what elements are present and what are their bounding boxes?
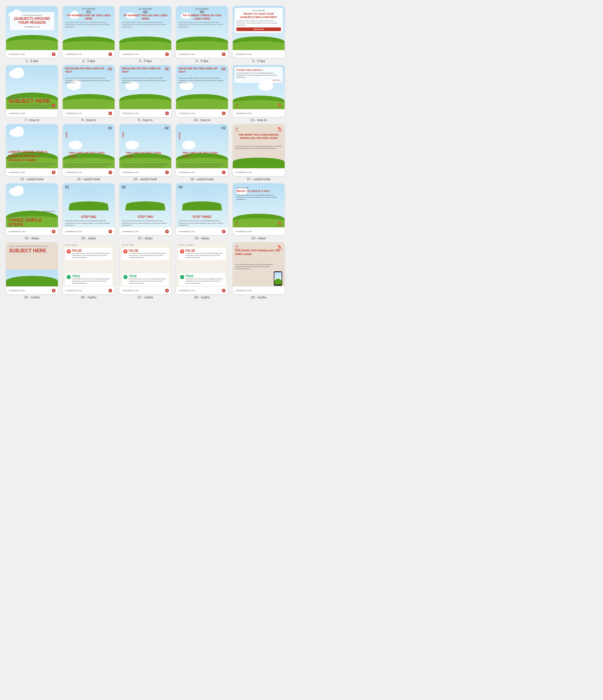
like-label: LIKE: [235, 224, 238, 226]
like-label: LIKE: [235, 130, 238, 132]
main-title: 3 MOST USEFUL TOOLS WHEN STARTING A (SUB…: [8, 150, 55, 162]
row-tips: 3 TIPS FOR CREATING A (SUBJECT) AROUND Y…: [6, 6, 597, 63]
card-wrapper-15: TWO 02 TWO LINES OF TEXT GOES HERE Lorem…: [119, 124, 171, 181]
card-14[interactable]: ONE 01 TWO LINES OF TEXT GOES HERE Lorem…: [63, 124, 115, 176]
false-label: FALSE: [72, 249, 111, 252]
bottom-bar: YOURWEBSITE.COM: [176, 227, 228, 235]
false-content: FALSE Lorem ipsum dolor sit amet, ea vis…: [129, 249, 167, 259]
play-button[interactable]: [222, 230, 226, 233]
play-button[interactable]: [222, 171, 226, 174]
tips-cover-top: 3 TIPS FOR CREATING A: [12, 15, 52, 16]
play-button[interactable]: [52, 52, 55, 56]
card-22[interactable]: 03 STEP THREE Lorem ipsum dolor sit amet…: [176, 183, 228, 235]
false-label: FALSE: [129, 249, 167, 252]
website-label: YOURWEBSITE.COM: [235, 231, 252, 232]
bottom-bar: YOURWEBSITE.COM: [6, 50, 58, 58]
card-15[interactable]: TWO 02 TWO LINES OF TEXT GOES HERE Lorem…: [119, 124, 171, 176]
check-icon: ✓: [180, 275, 184, 279]
link-in-bio-btn[interactable]: LINK IN BIO: [236, 27, 281, 31]
share-action[interactable]: 🔖 SHARE: [277, 221, 282, 226]
landscape-front: [119, 41, 171, 50]
card-8[interactable]: 01 HEADLINE ON TWO LINES OF TEXT Lorem i…: [63, 65, 115, 117]
card-17[interactable]: ♥ LIKE 🔖 SHARE FOR MORE TIPS & RESOURCES…: [233, 124, 285, 176]
play-button[interactable]: [52, 171, 55, 174]
play-btn[interactable]: [52, 104, 55, 107]
bottom-bar: YOURWEBSITE.COM: [63, 227, 115, 235]
play-button[interactable]: [165, 230, 169, 233]
play-button[interactable]: [165, 52, 169, 56]
card-26[interactable]: MYTH ONE ✕ FALSE Lorem ipsum dolor sit a…: [63, 242, 115, 294]
share-action[interactable]: 🔖 SHARE: [277, 127, 282, 132]
card-label-16: 16 - useful tools: [190, 177, 214, 181]
card-21[interactable]: 02 STEP TWO Lorem ipsum dolor sit amet, …: [119, 183, 171, 235]
bottom-bar: YOURWEBSITE.COM: [176, 50, 228, 58]
handle: @YOURNAME: [43, 210, 55, 212]
true-content: TRUE Lorem ipsum dolor sit amet, ea vis …: [129, 275, 167, 284]
share-label: SHARE: [277, 130, 282, 132]
play-icon: [53, 105, 55, 106]
play-button[interactable]: [108, 171, 112, 174]
true-body: Lorem ipsum dolor sit amet, ea vis aliqu…: [185, 278, 224, 284]
card-label-5: 5 - 3 tips: [252, 59, 265, 63]
play-button[interactable]: [222, 289, 226, 293]
cta-box: FOUND THIS USEFUL? Lorem ipsum dolor sit…: [234, 67, 283, 83]
bookmark-icon: 🔖: [278, 221, 281, 224]
play-button[interactable]: [165, 111, 169, 115]
play-button[interactable]: [108, 230, 112, 233]
card-label-3: 3 - 3 tips: [139, 59, 152, 63]
website-label: YOURWEBSITE.COM: [122, 172, 139, 173]
landscape-front: [6, 40, 58, 50]
slide-num: 02: [165, 67, 169, 71]
card-7[interactable]: HOW TO CREATE YOUR OWN SUBJECT HERE Lore…: [6, 65, 58, 117]
like-action[interactable]: ♥ LIKE: [235, 221, 238, 226]
play-button[interactable]: [108, 111, 112, 115]
play-button[interactable]: [165, 171, 169, 174]
card-5[interactable]: @YOURNAME READY TO TAKE YOUR (SUBJECT) I…: [233, 6, 285, 58]
play-button[interactable]: [222, 111, 226, 115]
card-20[interactable]: 01 STEP ONE Lorem ipsum dolor sit amet, …: [63, 183, 115, 235]
website-label: YOURWEBSITE.COM: [235, 172, 252, 173]
play-button[interactable]: [108, 52, 112, 56]
phone-icon: [274, 271, 282, 286]
play-button[interactable]: [222, 52, 226, 56]
card-23[interactable]: @YOURNAME READY TO GIVE IT A GO? Lorem i…: [233, 183, 285, 235]
row-myths: 3 MOST COMMON MISCONCEPTIONS ABOUT SUBJE…: [6, 242, 597, 299]
share-label: SHARE: [277, 106, 282, 108]
card-9[interactable]: 02 HEADLINE ON TWO LINES OF TEXT Lorem i…: [119, 65, 171, 117]
card-16[interactable]: THREE 03 TWO LINES OF TEXT GOES HERE Lor…: [176, 124, 228, 176]
like-action[interactable]: ♥ LIKE: [235, 127, 238, 132]
handle: @YOURNAME: [236, 10, 281, 11]
website-label: YOURWEBSITE.COM: [178, 172, 195, 173]
body-text: Lorem ipsum dolor sit amet, ea vis aliqu…: [122, 21, 169, 28]
cta-body: Lorem ipsum dolor sit amet, ea vis aliqu…: [236, 194, 281, 200]
like-action[interactable]: ♥ LIKE: [235, 103, 238, 108]
play-button[interactable]: [165, 289, 169, 293]
card-29[interactable]: ♥ LIKE 🔖 SHARE FOR MORE TIPS DOWNLOAD TH…: [233, 242, 285, 294]
card-10[interactable]: 03 HEADLINE ON TWO LINES OF TEXT Lorem i…: [176, 65, 228, 117]
card-label-23: 23 - steps: [251, 236, 266, 240]
card-28[interactable]: MYTH THREE ✕ FALSE Lorem ipsum dolor sit…: [176, 242, 228, 294]
card-11[interactable]: FOUND THIS USEFUL? Lorem ipsum dolor sit…: [233, 65, 285, 117]
play-button[interactable]: [52, 230, 55, 233]
card-label-17: 17 - useful tools: [247, 177, 271, 181]
play-button[interactable]: [52, 289, 55, 293]
share-action[interactable]: 🔖 SHARE: [277, 103, 282, 108]
card-1[interactable]: 3 TIPS FOR CREATING A (SUBJECT) AROUND Y…: [6, 6, 58, 58]
bottom-bar: YOURWEBSITE.COM: [6, 227, 58, 235]
step-title: STEP TWO: [122, 215, 169, 219]
true-content: TRUE Lorem ipsum dolor sit amet, ea vis …: [72, 275, 111, 284]
card-27[interactable]: MYTH TWO ✕ FALSE Lorem ipsum dolor sit a…: [119, 242, 171, 294]
body-text: Lorem ipsum dolor sit amet, ea vis aliqu…: [178, 21, 226, 28]
card-4[interactable]: @YOURNAME 03 TIP NUMBER THREE ON TWO LIN…: [176, 6, 228, 58]
website-label: YOURWEBSITE.COM: [235, 290, 252, 292]
website-label: YOURWEBSITE.COM: [178, 53, 195, 55]
card-25[interactable]: 3 MOST COMMON MISCONCEPTIONS ABOUT SUBJE…: [6, 242, 58, 294]
slide-title: TWO LINES OF TEXT GOES HERE: [182, 151, 226, 158]
card-3[interactable]: @YOURNAME 02 TIP NUMBER TWO ON TWO LINES…: [119, 6, 171, 58]
play-button[interactable]: [108, 289, 112, 293]
card-13[interactable]: 3 MOST USEFUL TOOLS WHEN STARTING A (SUB…: [6, 124, 58, 176]
card-wrapper-10: 03 HEADLINE ON TWO LINES OF TEXT Lorem i…: [176, 65, 228, 122]
card-2[interactable]: @YOURNAME 01 TIP NUMBER ONE ON TWO LINES…: [63, 6, 115, 58]
card-19[interactable]: GROWING YOUR (SUBJECT) IN JUST THREE SIM…: [6, 183, 58, 235]
bottom-bar: YOURWEBSITE.COM: [233, 286, 285, 294]
